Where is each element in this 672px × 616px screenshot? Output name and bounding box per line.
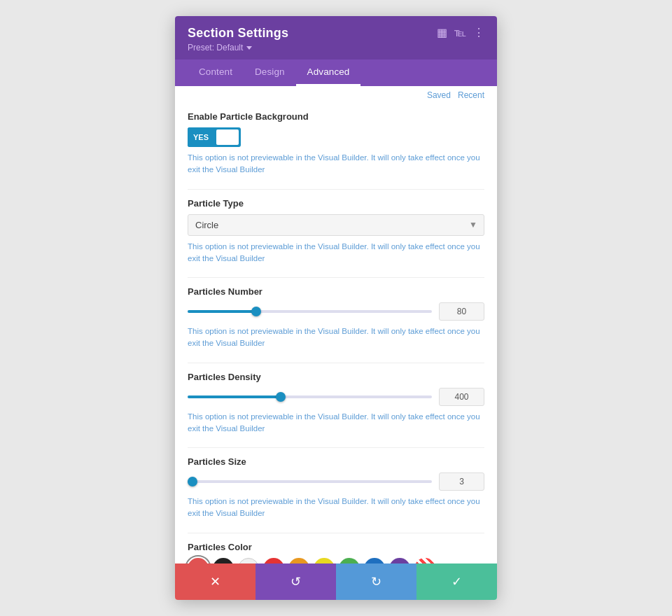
tab-design[interactable]: Design <box>244 59 296 86</box>
tab-content[interactable]: Content <box>188 59 244 86</box>
screen-icon[interactable]: ▦ <box>437 27 447 38</box>
particle-type-select-wrap: Circle Triangle Polygon Star Image ▼ <box>188 214 484 236</box>
particle-type-section: Particle Type Circle Triangle Polygon St… <box>188 198 484 265</box>
cancel-icon: ✕ <box>210 574 220 589</box>
swatch-custom[interactable]: ✎ <box>188 558 209 564</box>
cancel-button[interactable]: ✕ <box>175 564 255 600</box>
enable-particle-label: Enable Particle Background <box>188 111 484 122</box>
particles-size-slider-wrap <box>188 480 432 483</box>
particles-size-slider-row <box>188 472 484 491</box>
preset-label[interactable]: Preset: Default <box>188 43 288 52</box>
particle-toggle[interactable]: YES <box>188 127 241 147</box>
particle-type-label: Particle Type <box>188 198 484 209</box>
swatch-transparent[interactable] <box>414 558 435 564</box>
particles-size-thumb[interactable] <box>188 477 197 486</box>
color-swatches: ✎ <box>188 558 484 564</box>
divider-1 <box>188 189 484 190</box>
preset-arrow-icon <box>246 46 252 50</box>
particles-size-input[interactable] <box>439 472 484 491</box>
particles-size-section: Particles Size This option is not previe… <box>188 456 484 520</box>
modal-content: Enable Particle Background YES This opti… <box>175 102 497 564</box>
particles-density-slider-wrap <box>188 396 432 398</box>
divider-5 <box>188 533 484 533</box>
modal-header: Section Settings Preset: Default ▦ ℡ ⋮ <box>175 16 497 59</box>
particles-size-label: Particles Size <box>188 456 484 467</box>
header-actions: ▦ ℡ ⋮ <box>437 27 484 38</box>
swatch-yellow[interactable] <box>314 558 335 564</box>
particles-number-input[interactable] <box>439 302 484 321</box>
particle-type-select[interactable]: Circle Triangle Polygon Star Image <box>188 214 484 236</box>
swatch-orange[interactable] <box>288 558 309 564</box>
divider-3 <box>188 363 484 363</box>
particles-number-thumb[interactable] <box>251 307 261 316</box>
particle-type-hint: This option is not previewable in the Vi… <box>188 241 484 265</box>
particles-density-thumb[interactable] <box>276 392 286 402</box>
swatch-green[interactable] <box>339 558 360 564</box>
enable-particle-hint: This option is not previewable in the Vi… <box>188 152 484 176</box>
more-options-icon[interactable]: ⋮ <box>473 27 484 38</box>
particles-number-fill <box>188 310 256 313</box>
section-settings-modal: Section Settings Preset: Default ▦ ℡ ⋮ C… <box>175 16 497 600</box>
particles-density-input[interactable] <box>439 388 484 406</box>
tabs-bar: Content Design Advanced <box>175 59 497 86</box>
swatch-purple[interactable] <box>389 558 410 564</box>
particles-number-section: Particles Number This option is not prev… <box>188 286 484 350</box>
toggle-yes-label: YES <box>188 127 214 147</box>
particles-density-hint: This option is not previewable in the Vi… <box>188 411 484 435</box>
modal-title: Section Settings <box>188 26 288 41</box>
particles-density-label: Particles Density <box>188 372 484 382</box>
particles-size-hint: This option is not previewable in the Vi… <box>188 496 484 520</box>
save-icon: ✓ <box>451 574 462 589</box>
swatch-black[interactable] <box>213 558 234 564</box>
particles-number-track <box>188 310 432 313</box>
particles-density-track <box>188 396 432 398</box>
particles-color-section: Particles Color ✎ • • • Saved Recent <box>188 542 484 564</box>
particles-size-track <box>188 480 432 483</box>
toggle-wrap: YES <box>188 127 484 147</box>
particles-number-slider-row <box>188 302 484 321</box>
enable-particle-section: Enable Particle Background YES This opti… <box>188 111 484 176</box>
recent-link[interactable]: Recent <box>458 89 484 102</box>
swatch-blue[interactable] <box>364 558 385 564</box>
particles-density-slider-row <box>188 388 484 406</box>
redo-button[interactable]: ↻ <box>336 564 416 600</box>
swatch-red[interactable] <box>263 558 284 564</box>
divider-2 <box>188 277 484 278</box>
saved-recent-bar: Saved Recent <box>175 86 497 102</box>
pencil-icon: ✎ <box>195 563 202 564</box>
particles-color-label: Particles Color <box>188 542 484 552</box>
divider-4 <box>188 447 484 448</box>
particles-density-section: Particles Density This option is not pre… <box>188 372 484 435</box>
columns-icon[interactable]: ℡ <box>454 27 466 38</box>
tab-advanced[interactable]: Advanced <box>296 59 361 86</box>
header-title-group: Section Settings Preset: Default <box>188 26 288 52</box>
saved-link[interactable]: Saved <box>427 89 451 102</box>
particles-number-label: Particles Number <box>188 286 484 297</box>
undo-icon: ↺ <box>290 574 301 589</box>
redo-icon: ↻ <box>371 574 382 589</box>
save-button[interactable]: ✓ <box>416 564 497 600</box>
undo-button[interactable]: ↺ <box>255 564 336 600</box>
toggle-handle <box>216 130 239 145</box>
modal-footer: ✕ ↺ ↻ ✓ <box>175 564 497 600</box>
particles-density-fill <box>188 396 281 398</box>
particles-number-slider-wrap <box>188 310 432 313</box>
swatch-white[interactable] <box>238 558 259 564</box>
particles-number-hint: This option is not previewable in the Vi… <box>188 326 484 350</box>
